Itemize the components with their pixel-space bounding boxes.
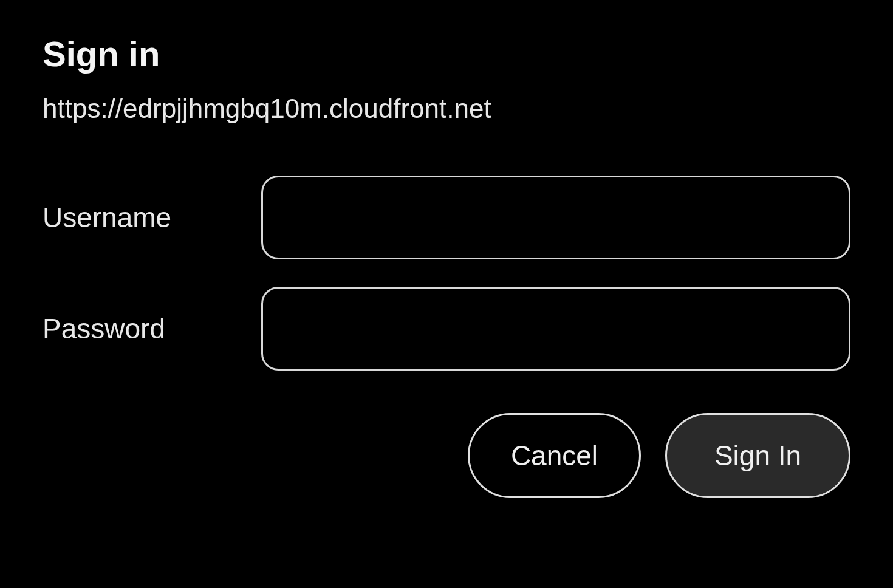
username-row: Username	[43, 176, 850, 259]
signin-button[interactable]: Sign In	[665, 413, 850, 498]
password-label: Password	[43, 312, 261, 345]
button-row: Cancel Sign In	[43, 413, 850, 498]
username-label: Username	[43, 201, 261, 234]
cancel-button[interactable]: Cancel	[468, 413, 641, 498]
password-row: Password	[43, 287, 850, 371]
password-input[interactable]	[261, 287, 850, 371]
dialog-url: https://edrpjjhmgbq10m.cloudfront.net	[43, 94, 850, 124]
dialog-title: Sign in	[43, 33, 850, 74]
auth-dialog: Sign in https://edrpjjhmgbq10m.cloudfron…	[43, 33, 850, 498]
username-input[interactable]	[261, 176, 850, 259]
